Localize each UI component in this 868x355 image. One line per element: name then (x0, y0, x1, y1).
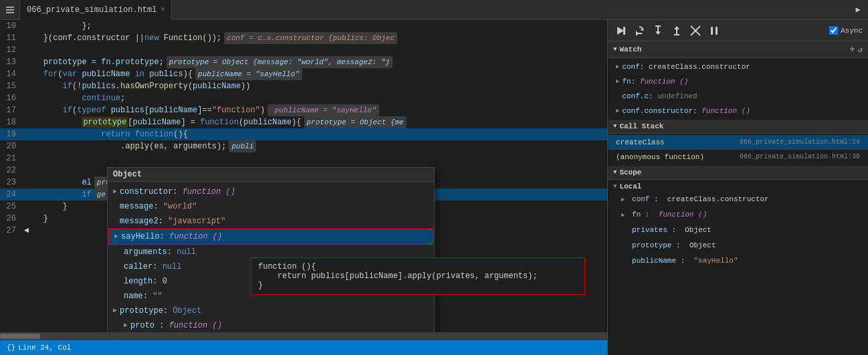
list-item[interactable]: createClass 066_private_simulation.html:… (608, 135, 868, 150)
scope-section: ▼ Scope ▼ Local ▶ conf : createClass.con… (608, 166, 868, 270)
run-button[interactable]: ▶ (848, 0, 868, 20)
code-scrollbar[interactable] (0, 332, 607, 340)
breakpoint-icon (689, 25, 701, 37)
refresh-watch-button[interactable]: ↺ (858, 45, 863, 55)
status-bar: {} Line 24, Col (0, 340, 607, 355)
colon: : (152, 261, 162, 273)
code-area[interactable]: 10 }; 11 }(conf.constructor ||new Functi… (0, 20, 607, 332)
call-stack-section-header[interactable]: ▼ Call Stack (608, 120, 868, 134)
scope-val: Object (689, 241, 716, 249)
async-label: Async (841, 27, 863, 35)
collapse-icon: ▼ (613, 169, 617, 176)
line-content: for(var publicName in publics){publicNam… (21, 68, 607, 80)
svg-marker-7 (636, 31, 639, 36)
colon: : (693, 105, 701, 117)
list-item[interactable]: ▶ sayHello: function () (108, 229, 433, 245)
table-row: 10 }; (0, 20, 607, 32)
scope-items: ▼ Local ▶ conf : createClass.constructor… (608, 180, 868, 270)
line-number: 13 (0, 56, 21, 68)
line-content: }; (21, 20, 607, 32)
table-row: 12 (0, 44, 607, 56)
scope-group-header[interactable]: ▼ Local (608, 181, 868, 192)
scope-val: createClass.constructor (667, 195, 769, 203)
deactivate-button[interactable] (688, 23, 703, 38)
list-item[interactable]: ▶ prototype: Object (108, 304, 434, 318)
step-over-button[interactable] (632, 23, 647, 38)
list-item[interactable]: ▶ fn : function () (608, 74, 868, 89)
step-into-button[interactable] (651, 23, 665, 38)
list-item[interactable]: ▶ publicName : "sayHello" (608, 253, 868, 269)
expand-icon: ▶ (621, 212, 625, 219)
table-row: 20 .apply(es, arguments);publi (0, 140, 607, 152)
code-scrollbar-thumb[interactable] (0, 334, 40, 339)
watch-section: ▼ Watch + ↺ ▶ conf : createClass.constru… (608, 41, 868, 120)
step-out-button[interactable] (669, 23, 684, 38)
line-number: 15 (0, 80, 21, 92)
call-stack-fn-name: (anonymous function) (616, 151, 704, 163)
list-item[interactable]: ▶ message2: "javascript" (108, 214, 434, 229)
call-stack-section: ▼ Call Stack createClass 066_private_sim… (608, 120, 868, 166)
tooltip-header: Object (108, 168, 434, 182)
line-number: 11 (0, 32, 21, 44)
list-item[interactable]: ▶ privates : Object (608, 223, 868, 238)
svg-rect-0 (6, 7, 14, 8)
line-number: 14 (0, 68, 21, 80)
list-item[interactable]: ▶ fn : function () (608, 207, 868, 223)
file-tab[interactable]: 066_private_simulation.html × (20, 0, 172, 20)
scope-val: "sayHello" (693, 257, 738, 265)
prop-val: 0 (162, 275, 167, 287)
prop-val: function () (169, 320, 222, 332)
line-content: continue; (21, 92, 607, 104)
list-item[interactable]: ▶ conf.constructor : function () (608, 104, 868, 118)
scope-section-header[interactable]: ▼ Scope (608, 166, 868, 180)
prop-val: null (177, 246, 196, 258)
colon: : (167, 246, 177, 258)
sidebar-toggle-button[interactable] (0, 0, 20, 20)
right-panel-content[interactable]: ▼ Watch + ↺ ▶ conf : createClass.constru… (608, 41, 868, 355)
list-item[interactable]: ▶ conf.c : undefined (608, 89, 868, 104)
colon: : (143, 290, 152, 302)
line-number: 21 (0, 152, 21, 164)
list-item[interactable]: ▶ conf : createClass.constructor (608, 192, 868, 207)
colon: : (173, 186, 182, 198)
table-row: 19 return function(){ (0, 128, 607, 140)
pause-button[interactable] (707, 23, 722, 38)
debug-toolbar: Async (608, 20, 868, 41)
list-item[interactable]: ▶ conf : createClass.constructor (608, 60, 868, 74)
line-content (21, 152, 607, 164)
prop-val: "javascript" (168, 215, 225, 227)
tooltip-popup: Object ▶ constructor: function () ▶ mess… (107, 167, 435, 332)
close-tab-button[interactable]: × (160, 6, 165, 13)
collapse-icon: ▼ (613, 123, 617, 130)
list-item[interactable]: ▶ prototype : Object (608, 238, 868, 253)
list-item[interactable]: ▶ message: "world" (108, 199, 434, 214)
async-checkbox[interactable] (829, 26, 838, 35)
list-item[interactable]: ▶ constructor: function () (108, 185, 434, 199)
list-item[interactable]: (anonymous function) 066_private_simulat… (608, 150, 868, 164)
colon: : (153, 201, 162, 213)
expand-icon: ▶ (124, 320, 128, 332)
watch-section-header[interactable]: ▼ Watch + ↺ (608, 41, 868, 58)
resume-button[interactable] (613, 23, 628, 38)
line-content: .apply(es, arguments);publi (21, 140, 607, 152)
async-checkbox-area: Async (829, 26, 863, 35)
call-stack-location: 066_private_simulation.html:30 (740, 151, 860, 163)
table-row: 14 for(var publicName in publics){public… (0, 68, 607, 80)
prop-val: Object (173, 305, 201, 317)
fn-line2: return publics[publicName].apply(private… (258, 271, 578, 281)
table-row: 21 (0, 152, 607, 164)
colon: : (676, 241, 685, 249)
add-watch-button[interactable]: + (849, 44, 855, 55)
svg-rect-1 (6, 9, 14, 11)
colon: : (671, 226, 680, 234)
watch-title: Watch (619, 45, 641, 53)
scope-key: fn (632, 211, 641, 219)
code-panel: 10 }; 11 }(conf.constructor ||new Functi… (0, 20, 607, 355)
table-row: 17 if(typeof publics[publicName]=="funct… (0, 104, 607, 116)
list-item[interactable]: ▶ proto : function () (108, 318, 434, 332)
line-content (21, 44, 607, 56)
line-number: 16 (0, 92, 21, 104)
svg-marker-12 (674, 26, 679, 29)
fn-line1: function (){ (258, 262, 578, 271)
watch-key: fn (622, 76, 631, 88)
